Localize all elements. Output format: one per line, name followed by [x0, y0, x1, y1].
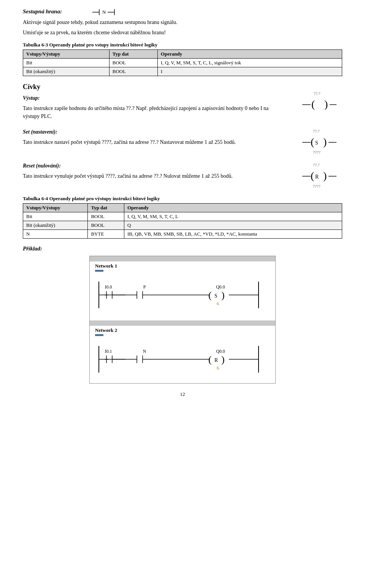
sestupna-title: Sestupná hrana: — [23, 8, 62, 15]
svg-text:(: ( — [311, 98, 315, 110]
table2-col1-header: Vstupy/Výstupy — [23, 204, 88, 212]
table2-caption-rest: Operandy platné pro výstupy instrukcí bi… — [48, 196, 160, 201]
sestupna-symbol: N — [92, 8, 123, 17]
svg-text:(: ( — [208, 354, 212, 365]
set-label-span: Set (nastavení): — [23, 129, 57, 135]
svg-text:): ) — [221, 290, 225, 301]
network2-label: Network 2 — [90, 326, 275, 334]
table2-row2-col1: Bit (okamžitý) — [23, 221, 88, 230]
table1-col3-header: Operandy — [157, 50, 342, 59]
svg-text:(: ( — [311, 170, 314, 182]
network1-block: Network 1 I0.0 P — [90, 256, 275, 319]
set-symbol: ??.? ( S ) ???? — [297, 128, 342, 156]
svg-text:S: S — [214, 293, 217, 299]
svg-text:): ) — [324, 98, 328, 110]
svg-text:): ) — [221, 354, 225, 365]
vystup-label-span: Výstup: — [23, 95, 40, 101]
svg-text:S: S — [315, 140, 318, 146]
table2-row2-col3: Q — [124, 221, 342, 230]
network1-blue-bar — [95, 270, 103, 272]
table2-row1-col1: Bit — [23, 212, 88, 221]
table1-row1-col1: Bit — [23, 59, 110, 67]
svg-text:N: N — [143, 349, 146, 354]
svg-text:): ) — [323, 170, 327, 182]
table2-caption: Tabulka 6-4 Operandy platné pro výstupy … — [23, 196, 342, 202]
table-row: N BYTE IB, QB, VB, MB, SMB, SB, LB, AC, … — [23, 230, 342, 239]
table2-row1-col3: I, Q, V, M, SM, S, T, C, L — [124, 212, 342, 221]
reset-label: Reset (nulování): — [23, 162, 281, 170]
table1-col2-header: Typ dat — [109, 50, 157, 59]
table1-caption: Tabulka 6-3 Operandy platné pro vstupy i… — [23, 42, 342, 48]
table1-caption-rest: Operandy platné pro vstupy instrukcí bit… — [48, 42, 157, 48]
set-desc: Tato instrukce nastaví počet výstupů ???… — [23, 138, 281, 146]
sestupna-hrana-header: Sestupná hrana: N — [23, 8, 342, 17]
svg-text:??.?: ??.? — [314, 91, 321, 96]
priklad-section: Příklad: Network 1 I0.0 — [23, 245, 342, 384]
table1: Vstupy/Výstupy Typ dat Operandy Bit BOOL… — [23, 49, 342, 76]
svg-text:): ) — [323, 136, 327, 148]
table2-row3-col3: IB, QB, VB, MB, SMB, SB, LB, AC, *VD, *L… — [124, 230, 342, 239]
reset-text-block: Reset (nulování): Tato instrukce vynuluj… — [23, 162, 281, 182]
svg-text:N: N — [102, 9, 106, 15]
svg-text:????: ???? — [313, 184, 321, 188]
table2: Vstupy/Výstupy Typ dat Operandy Bit BOOL… — [23, 203, 342, 239]
table1-row1-col2: BOOL — [109, 59, 157, 67]
network1-label: Network 1 — [90, 261, 275, 270]
coil-svg-reset: ??.? ( R ) ???? — [302, 162, 336, 190]
vystup-desc: Tato instrukce zapíše hodnotu do určitéh… — [23, 104, 281, 120]
network1-ladder: I0.0 P Q0.0 ( S — [90, 274, 275, 319]
network2-block: Network 2 I0.1 N — [90, 320, 275, 383]
table2-row3-col2: BYTE — [88, 230, 124, 239]
vystup-symbol: ??.? ( ) — [297, 90, 342, 113]
table1-row2-col2: BOOL — [109, 67, 157, 76]
svg-text:6: 6 — [217, 365, 219, 371]
svg-text:????: ???? — [313, 150, 321, 155]
network2-ladder: I0.1 N Q0.0 ( R — [90, 338, 275, 383]
diagram-box: Network 1 I0.0 P — [89, 256, 276, 384]
vystup-text-block: Výstup: Tato instrukce zapíše hodnotu do… — [23, 94, 281, 123]
svg-text:(: ( — [311, 136, 314, 148]
svg-text:R: R — [214, 357, 218, 363]
page-number: 12 — [23, 391, 342, 397]
table2-col3-header: Operandy — [124, 204, 342, 212]
falling-edge-svg: N — [92, 8, 123, 17]
sestupna-line2: Umisťuje se za prvek, na kterém chceme s… — [23, 29, 342, 37]
table1-wrapper: Tabulka 6-3 Operandy platné pro vstupy i… — [23, 42, 342, 76]
vystup-label: Výstup: — [23, 94, 281, 102]
table1-row2-col3: I — [157, 67, 342, 76]
svg-text:6: 6 — [217, 301, 219, 306]
vystup-row: Výstup: Tato instrukce zapíše hodnotu do… — [23, 94, 342, 123]
network1-svg: I0.0 P Q0.0 ( S — [95, 278, 266, 312]
table-row: Bit (okamžitý) BOOL I — [23, 67, 342, 76]
network2-svg: I0.1 N Q0.0 ( R — [95, 342, 266, 376]
table1-col1-header: Vstupy/Výstupy — [23, 50, 110, 59]
reset-row: Reset (nulování): Tato instrukce vynuluj… — [23, 162, 342, 190]
svg-text:Q0.0: Q0.0 — [216, 349, 225, 354]
svg-text:Q0.0: Q0.0 — [216, 284, 225, 290]
svg-text:P: P — [143, 284, 146, 290]
svg-text:(: ( — [208, 290, 212, 301]
table-row: Bit BOOL I, Q, V, M, SM, S, T, C, L — [23, 212, 342, 221]
set-text-block: Set (nastavení): Tato instrukce nastaví … — [23, 128, 281, 148]
table2-caption-bold: Tabulka 6-4 — [23, 196, 48, 201]
network1-top-bar — [90, 256, 275, 261]
coil-svg-set: ??.? ( S ) ???? — [302, 128, 336, 156]
table-row: Bit BOOL I, Q, V, M, SM, S, T, C, L, sig… — [23, 59, 342, 67]
set-label: Set (nastavení): — [23, 128, 281, 136]
svg-text:I0.0: I0.0 — [105, 284, 112, 290]
table2-row2-col2: BOOL — [88, 221, 124, 230]
table1-row2-col1: Bit (okamžitý) — [23, 67, 110, 76]
svg-text:I0.1: I0.1 — [105, 349, 112, 354]
network2-blue-bar — [95, 334, 103, 336]
set-row: Set (nastavení): Tato instrukce nastaví … — [23, 128, 342, 156]
svg-text:??.?: ??.? — [313, 163, 320, 167]
network2-top-bar — [90, 320, 275, 326]
priklad-label: Příklad: — [23, 245, 342, 252]
reset-label-span: Reset (nulování): — [23, 163, 61, 169]
svg-text:R: R — [315, 174, 319, 180]
table2-row3-col1: N — [23, 230, 88, 239]
table1-caption-bold: Tabulka 6-3 — [23, 42, 48, 48]
reset-desc: Tato instrukce vynuluje počet výstupů ??… — [23, 172, 281, 180]
civky-title: Cívky — [23, 83, 342, 91]
coil-svg-vystup: ??.? ( ) — [302, 90, 336, 113]
